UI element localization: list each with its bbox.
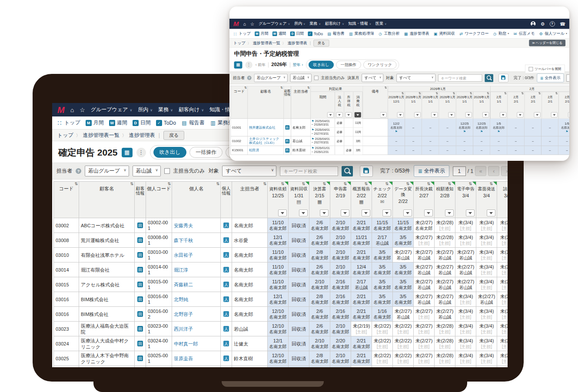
breadcrumb-item[interactable]: 進捗管理表: [288, 40, 307, 46]
show-all-button[interactable]: 全件表示: [537, 73, 564, 82]
column-header-task[interactable]: 決算書 2/15: [309, 182, 330, 218]
column-header-code[interactable]: コード: [231, 86, 248, 119]
toolbar-item[interactable]: 日間: [290, 31, 304, 37]
prev-year-button[interactable]: 前年: [256, 62, 266, 68]
kebab-menu-icon[interactable]: ⋮: [245, 61, 252, 69]
cell-task-status[interactable]: 未(3/5) [主担]: [497, 262, 508, 277]
cell-person-name-link[interactable]: 笹原圭吾: [172, 351, 221, 366]
cell-task-status[interactable]: 2/8 名南太郎: [309, 292, 330, 307]
toolbar-item[interactable]: 月間: [255, 31, 269, 37]
cell-task-status[interactable]: 未(2/27) [主担]: [414, 336, 435, 351]
cell-task-status[interactable]: 2/10 名南太郎: [330, 262, 351, 277]
cell-task-status[interactable]: 3/5 名南太郎: [372, 248, 393, 262]
cell-task-status[interactable]: 2/21 名南太郎: [351, 336, 372, 351]
column-header-task[interactable]: 税額通知 2/28: [435, 182, 455, 218]
filter-funnel-button[interactable]: [551, 112, 558, 117]
company-icon[interactable]: [285, 125, 289, 130]
cell-task-status[interactable]: 11/10 名南太郎: [268, 218, 289, 233]
cell-task-status[interactable]: 未(3/4) [主担]: [455, 307, 476, 322]
phone-icon[interactable]: ☎: [560, 21, 565, 26]
filter-funnel-button[interactable]: [568, 112, 569, 117]
column-header-task[interactable]: データ変換 2/22: [393, 182, 414, 218]
cell-task-status[interactable]: 1/16 名南太郎: [372, 307, 393, 322]
column-header-period[interactable]: 期間: [311, 92, 335, 118]
cell-task-status[interactable]: 未(2/22) [主担]: [393, 336, 414, 351]
mode-bulk-button[interactable]: 一括操作: [336, 61, 361, 69]
cell-task-status[interactable]: 2/6 名南太郎: [309, 233, 330, 248]
filter-funnel-button[interactable]: [327, 112, 334, 117]
cell-month-status[interactable]: –: [558, 136, 569, 146]
cell-task-status[interactable]: 回収済: [289, 218, 309, 233]
cell-task-status[interactable]: 2/16 名南太郎: [330, 292, 351, 307]
cell-person-name-link[interactable]: [172, 366, 221, 367]
cell-task-status[interactable]: 未(3/4) [主担]: [476, 248, 497, 262]
toolbar-item[interactable]: 勤怠: [492, 31, 509, 37]
filter-funnel-button[interactable]: [482, 112, 489, 117]
toolbar-item[interactable]: 日間: [133, 119, 151, 126]
cell-month-status[interactable]: –: [541, 136, 558, 146]
back-button[interactable]: 戻る: [163, 131, 184, 140]
cell-task-status[interactable]: 未(2/27) 若山誠: [414, 248, 435, 262]
assignee-help-icon[interactable]: ?: [76, 168, 81, 174]
toolbar-item[interactable]: トップ: [56, 119, 80, 126]
cell-task-status[interactable]: 未(2/22) [主担]: [372, 366, 393, 367]
cell-task-status[interactable]: 3/5 名南太郎: [393, 233, 414, 248]
cell-task-status[interactable]: 未(2/27) 若山誠: [435, 262, 455, 277]
column-header-month-task[interactable]: 2026年1月 1/1: [439, 92, 456, 118]
cell-task-status[interactable]: 3/5 名南太郎: [372, 262, 393, 277]
cell-task-status[interactable]: 回収済: [289, 366, 309, 367]
column-header-task[interactable]: 所長決裁 2/27: [414, 182, 435, 218]
breadcrumb-item[interactable]: 進捗管理表一覧: [83, 132, 126, 139]
cell-task-status[interactable]: 3/5 名南太郎: [393, 277, 414, 292]
mode-oneclick-button[interactable]: ワンクリック: [363, 61, 397, 69]
cell-task-status[interactable]: 回収済: [289, 248, 309, 262]
assignee-help-icon[interactable]: ?: [247, 76, 252, 80]
cell-task-status[interactable]: 未(2/27) [主担]: [414, 351, 435, 366]
cell-month-status[interactable]: –: [507, 146, 524, 155]
column-header-month-task[interactable]: 2026年1月 1/1: [473, 92, 490, 118]
sort-icon[interactable]: [435, 92, 438, 95]
save-icon[interactable]: [498, 73, 508, 82]
cell-task-status[interactable]: 未(2/27) 若山誠: [435, 307, 455, 322]
column-header-month-task[interactable]: 2月 2/1: [542, 92, 559, 118]
cell-person-name-link[interactable]: 西川洋子: [172, 322, 221, 336]
cell-month-status[interactable]: –: [439, 136, 456, 146]
toolbar-item[interactable]: 報告書: [181, 119, 205, 126]
cell-month-status[interactable]: –: [422, 119, 439, 136]
group-select[interactable]: 若山グループ: [85, 166, 129, 176]
search-icon[interactable]: [485, 74, 494, 82]
mode-balloon-button[interactable]: 吹き出し: [309, 61, 334, 69]
cell-task-status[interactable]: 2/10 名南太郎: [330, 351, 351, 366]
cell-task-status[interactable]: 2/20 名南太郎: [330, 336, 351, 351]
sort-icon[interactable]: [130, 182, 133, 186]
cell-task-status[interactable]: 2/16 名南太郎: [330, 277, 351, 292]
cell-task-status[interactable]: 3/5 名南太郎: [372, 292, 393, 307]
cell-task-status[interactable]: 2/21 名南太郎: [351, 351, 372, 366]
cell-task-status[interactable]: 12/1 名南太郎: [268, 292, 289, 307]
cell-task-status[interactable]: 11/15 名南太郎: [372, 218, 393, 233]
breadcrumb-item[interactable]: トップ: [57, 132, 80, 139]
toolbar-item[interactable]: 週間: [109, 119, 127, 126]
cell-task-status[interactable]: 2/21 名南太郎: [351, 248, 372, 262]
cell-task-status[interactable]: 未(3/4) [主担]: [476, 262, 497, 277]
column-header-tax[interactable]: 消費税: [353, 92, 362, 118]
column-header-task[interactable]: 電子申告 3/4: [455, 182, 476, 218]
company-icon[interactable]: [137, 282, 143, 287]
cell-task-status[interactable]: 2/10 名南太郎: [330, 218, 351, 233]
page-number-input[interactable]: 1: [453, 166, 466, 176]
cell-month-status[interactable]: –: [456, 146, 473, 155]
cell-task-status[interactable]: 未(3/5) [主担]: [497, 322, 508, 336]
cell-task-status[interactable]: 未(3/4) [主担]: [455, 218, 476, 233]
search-icon[interactable]: [342, 166, 353, 176]
filter-funnel-button[interactable]: [345, 112, 352, 117]
cell-task-status[interactable]: 12/10 名南太郎: [268, 351, 289, 366]
cell-task-status[interactable]: 未(3/5) [主担]: [497, 336, 508, 351]
cell-task-status[interactable]: 3/5 名南太郎: [372, 277, 393, 292]
cell-task-status[interactable]: 3/5 名南太郎: [393, 262, 414, 277]
sort-icon[interactable]: [448, 182, 451, 186]
column-header-person-code[interactable]: 個人コード: [146, 182, 172, 218]
nav-menu-item[interactable]: 所内: [294, 21, 306, 27]
cell-task-status[interactable]: 12/10 名南太郎: [268, 322, 289, 336]
sort-icon[interactable]: [302, 182, 305, 186]
cell-month-status[interactable]: –: [473, 146, 490, 155]
